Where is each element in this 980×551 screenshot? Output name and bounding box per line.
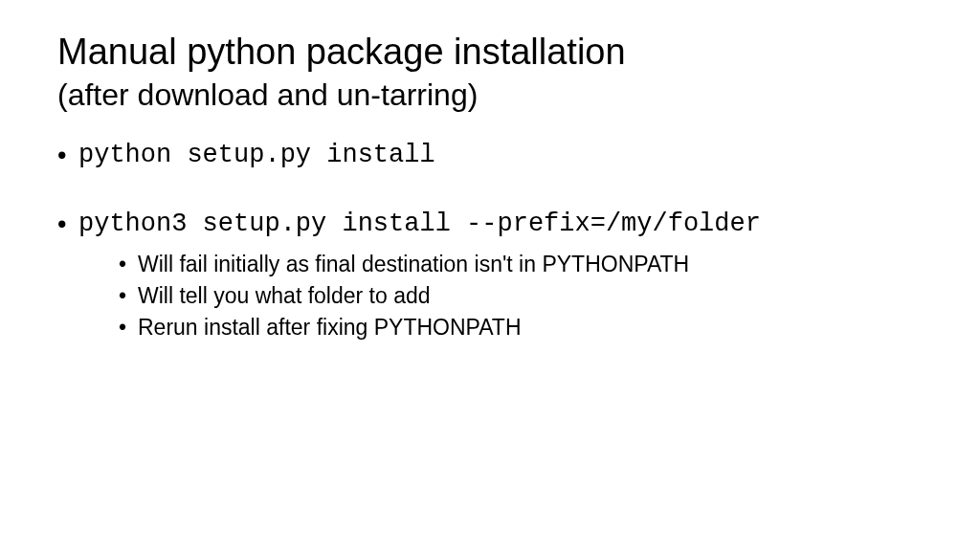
- bullet-sublist: Will fail initially as final destination…: [78, 250, 923, 342]
- bullet-text: Rerun install after fixing PYTHONPATH: [138, 315, 522, 340]
- slide-title: Manual python package installation: [57, 31, 923, 75]
- bullet-text: python setup.py install: [78, 141, 435, 169]
- bullet-list: python setup.py install python3 setup.py…: [57, 138, 923, 342]
- bullet-text: Will tell you what folder to add: [138, 283, 431, 308]
- list-item: Will tell you what folder to add: [119, 281, 923, 311]
- list-item: python3 setup.py install --prefix=/my/fo…: [57, 207, 923, 342]
- list-item: Will fail initially as final destination…: [119, 250, 923, 279]
- slide-subtitle: (after download and un-tarring): [57, 77, 923, 113]
- list-item: Rerun install after fixing PYTHONPATH: [119, 313, 923, 342]
- list-item: python setup.py install: [57, 138, 923, 172]
- bullet-text: python3 setup.py install --prefix=/my/fo…: [78, 209, 761, 238]
- bullet-text: Will fail initially as final destination…: [138, 252, 689, 276]
